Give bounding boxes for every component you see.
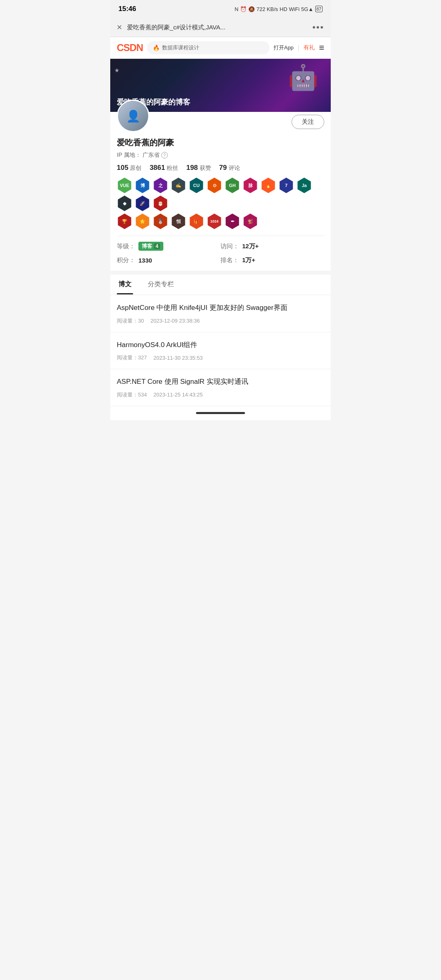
stat-original[interactable]: 105 原创 [117, 164, 141, 172]
avatar-image: 👤 [118, 101, 148, 131]
ip-label: IP 属地： [117, 151, 141, 159]
avatar-follow-row: 👤 关注 [117, 112, 324, 132]
csdn-nav: CSDN 🔥 数据库课程设计 打开App | 有礼 ≡ [110, 37, 331, 59]
badge-github[interactable]: GH [225, 178, 240, 193]
tabs-bar: 博文 分类专栏 [110, 274, 331, 294]
badge-heng[interactable]: 恒 [171, 214, 186, 229]
csdn-logo[interactable]: CSDN [117, 42, 143, 53]
article-date: 2023-11-25 14:43:25 [154, 392, 203, 398]
ip-value: 广东省 [143, 151, 160, 159]
search-text: 数据库课程设计 [162, 44, 199, 51]
rank-label: 排名： [220, 256, 239, 264]
badge-diamond[interactable]: ◆ [117, 196, 132, 211]
stat-fans-label: 粉丝 [167, 165, 178, 172]
badge-fire[interactable]: 🔥 [261, 178, 276, 193]
tab-bowen[interactable]: 博文 [110, 274, 140, 294]
hd-icon: HD [280, 6, 287, 12]
status-icons: N ⏰ 🔕 722 KB/s HD WiFi 5G▲ 87 [235, 6, 323, 12]
status-bar: 15:46 N ⏰ 🔕 722 KB/s HD WiFi 5G▲ 87 [110, 0, 331, 18]
meta-grid: 等级： 博客 4 访问： 12万+ 积分： 1330 排名： 1万+ [117, 242, 324, 264]
article-list: AspNetCore 中使用 Knife4jUI 更加友好的 Swagger界面… [110, 295, 331, 406]
article-title: ASP.NET Core 使用 SignalR 实现实时通讯 [117, 376, 324, 387]
article-item[interactable]: AspNetCore 中使用 Knife4jUI 更加友好的 Swagger界面… [110, 295, 331, 332]
badge-pen[interactable]: ✍ [171, 178, 186, 193]
stat-comments-label: 评论 [229, 165, 240, 172]
mute-icon: 🔕 [248, 6, 255, 12]
article-title: AspNetCore 中使用 Knife4jUI 更加友好的 Swagger界面 [117, 303, 324, 313]
browser-menu-button[interactable]: ••• [312, 22, 324, 33]
browser-bar: × 爱吃香蕉的阿豪_c#设计模式,JAVA... ••• [110, 18, 331, 37]
visit-item: 访问： 12万+ [220, 242, 324, 251]
fire-icon: 🔥 [153, 45, 160, 51]
article-title: HarmonyOS4.0 ArkUI组件 [117, 340, 324, 350]
badge-silver[interactable]: 🥈 [153, 214, 168, 229]
badge-java[interactable]: Ja [296, 178, 312, 193]
badge-quill[interactable]: ✒ [225, 214, 240, 229]
level-badge: 博客 4 [138, 242, 163, 251]
badge-mai[interactable]: 脉 [243, 178, 258, 193]
battery-icon: 87 [315, 6, 323, 12]
reads-label: 阅读量：534 [117, 391, 147, 399]
browser-close-button[interactable]: × [117, 22, 122, 33]
username: 爱吃香蕉的阿豪 [117, 137, 324, 148]
stat-fans-num: 3861 [149, 164, 165, 172]
stat-original-num: 105 [117, 164, 128, 172]
visit-label: 访问： [220, 243, 239, 250]
badge-star[interactable]: ⭐ [135, 214, 150, 229]
badge-1024[interactable]: 1024 [207, 214, 222, 229]
badges-row-1: VUE 博 之 ✍ CU ⊙ GH 脉 🔥 7 Ja ◆ 🚀 🎅 [117, 178, 324, 211]
badge-vue[interactable]: VUE [117, 178, 132, 193]
banner-star-decoration: ★ [114, 67, 120, 74]
article-meta: 阅读量：30 2023-12-09 23:38:36 [117, 317, 324, 325]
badge-cuda[interactable]: CU [189, 178, 204, 193]
profile-info: 👤 关注 爱吃香蕉的阿豪 IP 属地： 广东省 ? 105 原创 3861 粉丝… [110, 112, 331, 271]
avatar: 👤 [117, 100, 149, 132]
ip-location: IP 属地： 广东省 ? [117, 151, 324, 159]
badge-zhi[interactable]: 之 [153, 178, 168, 193]
status-time: 15:46 [118, 5, 136, 13]
follow-button[interactable]: 关注 [292, 115, 324, 129]
browser-title: 爱吃香蕉的阿豪_c#设计模式,JAVA... [127, 24, 307, 31]
stat-comments-num: 79 [219, 164, 227, 172]
level-label: 等级： [117, 243, 135, 250]
speed-label: 722 KB/s [256, 6, 278, 12]
article-date: 2023-11-30 23:35:53 [154, 355, 203, 361]
score-item: 积分： 1330 [117, 256, 220, 264]
stat-fans[interactable]: 3861 粉丝 [149, 164, 178, 172]
article-date: 2023-12-09 23:38:36 [150, 318, 200, 324]
level-number: 4 [154, 243, 160, 249]
stat-likes-num: 198 [186, 164, 198, 172]
hamburger-menu-button[interactable]: ≡ [319, 42, 324, 53]
alarm-icon: ⏰ [240, 6, 247, 12]
csdn-search-button[interactable]: 🔥 数据库课程设计 [147, 41, 270, 54]
score-label: 积分： [117, 256, 135, 264]
badge-trophy[interactable]: 🏆 [117, 214, 132, 229]
tab-categories[interactable]: 分类专栏 [140, 274, 182, 294]
level-divider [117, 236, 324, 236]
score-value: 1330 [138, 257, 152, 264]
badge-7[interactable]: 7 [278, 178, 294, 193]
rank-item: 排名： 1万+ [220, 256, 324, 264]
badge-rocket[interactable]: 🚀 [135, 196, 150, 211]
nav-separator: | [298, 44, 299, 51]
badges-row-2: 🏆 ⭐ 🥈 恒 🎁 1024 ✒ 🐒 [117, 214, 324, 229]
stats-row: 105 原创 3861 粉丝 198 获赞 79 评论 [117, 164, 324, 172]
open-app-button[interactable]: 打开App [274, 44, 294, 51]
article-item[interactable]: HarmonyOS4.0 ArkUI组件 阅读量：327 2023-11-30 … [110, 332, 331, 370]
nfc-icon: N [235, 6, 238, 12]
badge-target[interactable]: ⊙ [207, 178, 222, 193]
article-item[interactable]: ASP.NET Core 使用 SignalR 实现实时通讯 阅读量：534 2… [110, 369, 331, 406]
badge-santa[interactable]: 🎅 [153, 196, 168, 211]
badge-gift[interactable]: 🎁 [189, 214, 204, 229]
rank-value: 1万+ [242, 256, 255, 264]
badge-monkey[interactable]: 🐒 [243, 214, 258, 229]
gift-button[interactable]: 有礼 [303, 44, 315, 51]
visit-value: 12万+ [242, 243, 258, 250]
stat-likes[interactable]: 198 获赞 [186, 164, 211, 172]
ip-help-icon[interactable]: ? [161, 152, 168, 158]
stat-comments[interactable]: 79 评论 [219, 164, 240, 172]
home-indicator [196, 412, 245, 414]
level-text: 博客 [142, 243, 152, 250]
badge-blog[interactable]: 博 [135, 178, 150, 193]
wifi-icon: WiFi [289, 6, 300, 12]
